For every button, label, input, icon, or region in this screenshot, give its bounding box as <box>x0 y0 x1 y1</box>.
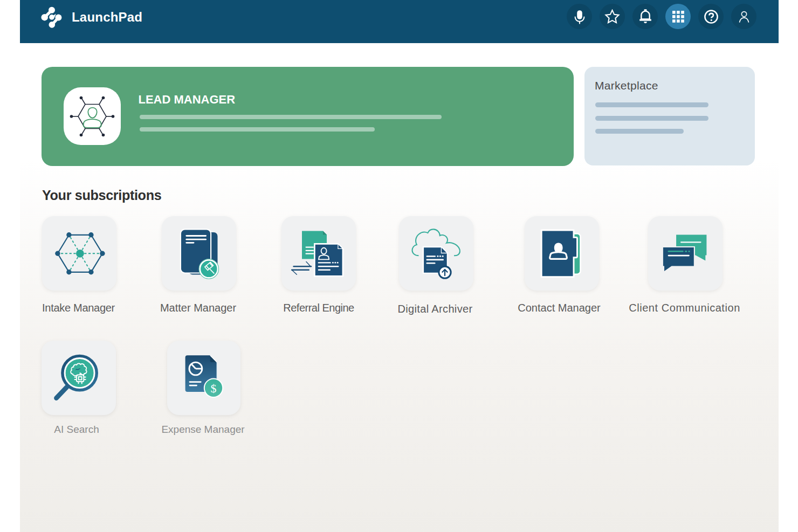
svg-text:$: $ <box>211 382 217 395</box>
